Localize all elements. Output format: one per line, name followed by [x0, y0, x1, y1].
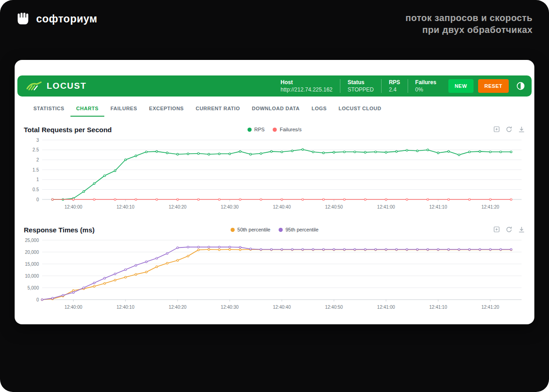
- legend-dot-icon: [273, 128, 277, 132]
- svg-text:12:40:50: 12:40:50: [325, 204, 343, 209]
- locust-app-card: LOCUST Host http://212.74.225.162 Status…: [15, 60, 534, 324]
- chart-title: Response Times (ms): [24, 226, 231, 234]
- chart-canvas: 05,00010,00015,00020,00025,00012:40:0012…: [22, 236, 527, 314]
- svg-text:12:41:00: 12:41:00: [377, 305, 395, 310]
- chart-title: Total Requests per Second: [24, 126, 248, 134]
- chart-legend: RPSFailures/s: [248, 127, 301, 132]
- header-status-area: Host http://212.74.225.162 Status STOPPE…: [273, 79, 525, 93]
- legend-dot-icon: [248, 128, 252, 132]
- legend-item-50th-percentile[interactable]: 50th percentile: [231, 227, 270, 232]
- svg-text:12:40:10: 12:40:10: [117, 305, 135, 310]
- tab-exceptions[interactable]: EXCEPTIONS: [143, 101, 190, 117]
- legend-label: Failures/s: [280, 127, 301, 132]
- chart-canvas: 00.511.522.5312:40:0012:40:1012:40:2012:…: [22, 135, 527, 214]
- svg-text:20,000: 20,000: [25, 249, 39, 254]
- svg-text:1: 1: [36, 177, 39, 182]
- svg-text:12:41:20: 12:41:20: [481, 204, 499, 209]
- svg-text:2.5: 2.5: [32, 147, 39, 152]
- svg-text:12:40:20: 12:40:20: [169, 204, 187, 209]
- svg-text:12:40:30: 12:40:30: [221, 305, 239, 310]
- page-title: поток запросов и скорость при двух обраб…: [405, 12, 533, 36]
- locust-brand: LOCUST: [26, 80, 86, 92]
- failures-value: 0%: [415, 86, 436, 93]
- svg-text:12:40:40: 12:40:40: [273, 305, 291, 310]
- svg-text:12:40:10: 12:40:10: [117, 204, 135, 209]
- status-info: Status STOPPED: [340, 79, 381, 93]
- rps-info: RPS 2.4: [382, 79, 408, 93]
- drag-zoom-icon[interactable]: [493, 126, 501, 133]
- new-test-button[interactable]: NEW: [448, 79, 474, 93]
- save-image-icon[interactable]: [518, 126, 525, 133]
- svg-text:2: 2: [36, 157, 39, 162]
- svg-text:12:40:00: 12:40:00: [65, 305, 82, 310]
- tab-statistics[interactable]: STATISTICS: [27, 101, 70, 117]
- svg-text:12:40:40: 12:40:40: [273, 204, 291, 209]
- host-info: Host http://212.74.225.162: [273, 79, 339, 93]
- svg-text:5,000: 5,000: [27, 285, 39, 290]
- brand: софториум: [16, 12, 97, 26]
- svg-text:0.5: 0.5: [32, 187, 39, 192]
- tab-failures[interactable]: FAILURES: [104, 101, 143, 117]
- tab-download-data[interactable]: DOWNLOAD DATA: [246, 101, 305, 117]
- svg-text:25,000: 25,000: [25, 237, 39, 242]
- status-label: Status: [348, 79, 374, 86]
- theme-toggle-icon[interactable]: [516, 81, 525, 91]
- locust-logo-icon: [26, 80, 42, 92]
- brand-name: софториум: [36, 13, 97, 25]
- top-banner: софториум поток запросов и скорость при …: [0, 0, 549, 36]
- tab-current-ratio[interactable]: CURRENT RATIO: [190, 101, 246, 117]
- svg-text:12:41:10: 12:41:10: [429, 305, 447, 310]
- reset-zoom-icon[interactable]: [506, 126, 513, 133]
- chart-header: Response Times (ms)50th percentile95th p…: [22, 226, 527, 234]
- svg-text:15,000: 15,000: [25, 261, 39, 266]
- chart-toolbox: [318, 226, 525, 233]
- svg-text:10,000: 10,000: [25, 273, 39, 278]
- chart-legend: 50th percentile95th percentile: [231, 227, 318, 232]
- legend-item-rps[interactable]: RPS: [248, 127, 265, 132]
- tagline-line1: поток запросов и скорость: [405, 12, 533, 24]
- svg-text:12:41:00: 12:41:00: [377, 204, 395, 209]
- rps-label: RPS: [389, 79, 400, 86]
- svg-text:0: 0: [36, 197, 39, 202]
- rps-value: 2.4: [389, 86, 400, 93]
- chart-total-requests-per-second: Total Requests per SecondRPSFailures/s00…: [22, 126, 527, 214]
- failures-label: Failures: [415, 79, 436, 86]
- tagline-line2: при двух обработчиках: [405, 24, 533, 36]
- status-value: STOPPED: [348, 86, 374, 93]
- locust-header: LOCUST Host http://212.74.225.162 Status…: [17, 75, 532, 97]
- tab-locust-cloud[interactable]: LOCUST CLOUD: [333, 101, 387, 117]
- reset-button[interactable]: RESET: [478, 79, 509, 93]
- svg-text:1.5: 1.5: [32, 167, 39, 172]
- chart-response-times-ms: Response Times (ms)50th percentile95th p…: [22, 226, 527, 314]
- legend-dot-icon: [231, 228, 235, 232]
- chart-toolbox: [301, 126, 525, 133]
- legend-item-95th-percentile[interactable]: 95th percentile: [279, 227, 318, 232]
- legend-label: RPS: [254, 127, 265, 132]
- fist-logo-icon: [16, 12, 30, 26]
- save-image-icon[interactable]: [518, 226, 525, 233]
- tab-bar: STATISTICSCHARTSFAILURESEXCEPTIONSCURREN…: [27, 101, 522, 117]
- legend-item-failures-s[interactable]: Failures/s: [273, 127, 301, 132]
- reset-zoom-icon[interactable]: [506, 226, 513, 233]
- failures-info: Failures 0%: [408, 79, 444, 93]
- page-background: софториум поток запросов и скорость при …: [0, 0, 549, 392]
- host-label: Host: [280, 79, 332, 86]
- chart-header: Total Requests per SecondRPSFailures/s: [22, 126, 527, 134]
- svg-text:0: 0: [36, 297, 39, 302]
- svg-text:12:41:10: 12:41:10: [429, 204, 447, 209]
- host-value: http://212.74.225.162: [280, 86, 332, 93]
- tab-logs[interactable]: LOGS: [306, 101, 333, 117]
- drag-zoom-icon[interactable]: [493, 226, 501, 233]
- svg-text:12:41:20: 12:41:20: [481, 305, 499, 310]
- svg-text:3: 3: [36, 137, 39, 142]
- svg-text:12:40:00: 12:40:00: [65, 204, 82, 209]
- svg-text:12:40:20: 12:40:20: [169, 305, 187, 310]
- legend-dot-icon: [279, 228, 283, 232]
- charts-area: Total Requests per SecondRPSFailures/s00…: [17, 126, 532, 314]
- locust-brand-name: LOCUST: [47, 81, 86, 91]
- svg-text:12:40:50: 12:40:50: [325, 305, 343, 310]
- legend-label: 95th percentile: [285, 227, 318, 232]
- tab-charts[interactable]: CHARTS: [70, 101, 105, 117]
- svg-text:12:40:30: 12:40:30: [221, 204, 239, 209]
- legend-label: 50th percentile: [237, 227, 270, 232]
